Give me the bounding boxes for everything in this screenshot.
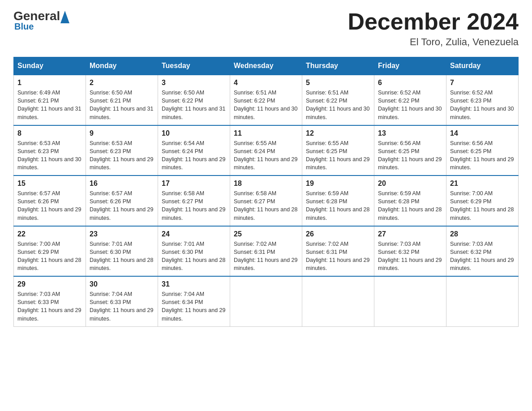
- day-number: 22: [17, 230, 82, 238]
- day-info: Sunrise: 6:56 AMSunset: 6:25 PMDaylight:…: [378, 140, 442, 171]
- calendar-day-cell: 9Sunrise: 6:53 AMSunset: 6:23 PMDaylight…: [86, 125, 158, 176]
- calendar-day-cell: 11Sunrise: 6:55 AMSunset: 6:24 PMDayligh…: [230, 125, 302, 176]
- day-info: Sunrise: 7:00 AMSunset: 6:29 PMDaylight:…: [17, 241, 81, 271]
- calendar-header-row: Sunday Monday Tuesday Wednesday Thursday…: [14, 57, 519, 75]
- day-number: 26: [306, 230, 370, 238]
- calendar-day-cell: 13Sunrise: 6:56 AMSunset: 6:25 PMDayligh…: [374, 125, 446, 176]
- calendar-day-cell: 31Sunrise: 7:04 AMSunset: 6:34 PMDayligh…: [158, 276, 230, 326]
- day-info: Sunrise: 6:58 AMSunset: 6:27 PMDaylight:…: [234, 190, 297, 221]
- day-number: 1: [17, 79, 82, 87]
- day-number: 5: [306, 79, 370, 87]
- day-number: 2: [90, 79, 154, 87]
- day-info: Sunrise: 6:53 AMSunset: 6:23 PMDaylight:…: [90, 140, 153, 171]
- calendar-day-cell: [374, 276, 446, 326]
- title-section: December 2024 El Toro, Zulia, Venezuela: [348, 9, 519, 48]
- logo: General Blue: [13, 9, 70, 32]
- calendar-week-row: 29Sunrise: 7:03 AMSunset: 6:33 PMDayligh…: [14, 276, 519, 326]
- day-number: 21: [450, 180, 515, 188]
- calendar-day-cell: 22Sunrise: 7:00 AMSunset: 6:29 PMDayligh…: [14, 226, 86, 277]
- logo-icon: [60, 9, 69, 23]
- day-info: Sunrise: 6:50 AMSunset: 6:21 PMDaylight:…: [90, 90, 153, 120]
- day-info: Sunrise: 6:57 AMSunset: 6:26 PMDaylight:…: [17, 190, 81, 221]
- day-number: 28: [450, 230, 515, 238]
- calendar-day-cell: 26Sunrise: 7:02 AMSunset: 6:31 PMDayligh…: [302, 226, 374, 277]
- calendar-day-cell: 15Sunrise: 6:57 AMSunset: 6:26 PMDayligh…: [14, 176, 86, 226]
- location-title: El Toro, Zulia, Venezuela: [348, 36, 519, 48]
- day-info: Sunrise: 6:56 AMSunset: 6:25 PMDaylight:…: [450, 140, 514, 171]
- day-info: Sunrise: 6:52 AMSunset: 6:23 PMDaylight:…: [450, 90, 514, 120]
- calendar-day-cell: 18Sunrise: 6:58 AMSunset: 6:27 PMDayligh…: [230, 176, 302, 226]
- calendar-week-row: 15Sunrise: 6:57 AMSunset: 6:26 PMDayligh…: [14, 176, 519, 226]
- day-number: 23: [90, 230, 154, 238]
- day-info: Sunrise: 6:58 AMSunset: 6:27 PMDaylight:…: [162, 190, 225, 221]
- calendar-day-cell: 24Sunrise: 7:01 AMSunset: 6:30 PMDayligh…: [158, 226, 230, 277]
- day-info: Sunrise: 7:04 AMSunset: 6:33 PMDaylight:…: [90, 291, 153, 321]
- calendar-week-row: 1Sunrise: 6:49 AMSunset: 6:21 PMDaylight…: [14, 75, 519, 125]
- day-number: 18: [234, 180, 298, 188]
- day-info: Sunrise: 6:55 AMSunset: 6:25 PMDaylight:…: [306, 140, 369, 171]
- calendar-day-cell: 6Sunrise: 6:52 AMSunset: 6:22 PMDaylight…: [374, 75, 446, 125]
- calendar-day-cell: 16Sunrise: 6:57 AMSunset: 6:26 PMDayligh…: [86, 176, 158, 226]
- calendar-day-cell: 8Sunrise: 6:53 AMSunset: 6:23 PMDaylight…: [14, 125, 86, 176]
- logo-blue-text: Blue: [13, 21, 34, 32]
- logo-general-text: General: [13, 10, 60, 22]
- col-sunday: Sunday: [14, 57, 86, 75]
- day-number: 17: [162, 180, 226, 188]
- calendar-day-cell: 17Sunrise: 6:58 AMSunset: 6:27 PMDayligh…: [158, 176, 230, 226]
- day-number: 27: [378, 230, 442, 238]
- calendar-day-cell: 28Sunrise: 7:03 AMSunset: 6:32 PMDayligh…: [446, 226, 519, 277]
- day-info: Sunrise: 6:50 AMSunset: 6:22 PMDaylight:…: [162, 90, 225, 120]
- calendar-day-cell: [302, 276, 374, 326]
- calendar-day-cell: [230, 276, 302, 326]
- day-info: Sunrise: 6:49 AMSunset: 6:21 PMDaylight:…: [17, 90, 81, 120]
- calendar-day-cell: 19Sunrise: 6:59 AMSunset: 6:28 PMDayligh…: [302, 176, 374, 226]
- day-info: Sunrise: 7:02 AMSunset: 6:31 PMDaylight:…: [234, 241, 297, 271]
- calendar-day-cell: 23Sunrise: 7:01 AMSunset: 6:30 PMDayligh…: [86, 226, 158, 277]
- day-number: 8: [17, 129, 82, 137]
- col-thursday: Thursday: [302, 57, 374, 75]
- calendar-day-cell: 25Sunrise: 7:02 AMSunset: 6:31 PMDayligh…: [230, 226, 302, 277]
- calendar-day-cell: 10Sunrise: 6:54 AMSunset: 6:24 PMDayligh…: [158, 125, 230, 176]
- calendar-day-cell: 20Sunrise: 6:59 AMSunset: 6:28 PMDayligh…: [374, 176, 446, 226]
- page-header: General Blue December 2024 El Toro, Zuli…: [13, 9, 519, 48]
- day-number: 29: [17, 280, 82, 288]
- calendar-day-cell: 12Sunrise: 6:55 AMSunset: 6:25 PMDayligh…: [302, 125, 374, 176]
- day-number: 30: [90, 280, 154, 288]
- day-info: Sunrise: 6:59 AMSunset: 6:28 PMDaylight:…: [306, 190, 369, 221]
- day-number: 31: [162, 280, 226, 288]
- day-number: 20: [378, 180, 442, 188]
- day-number: 19: [306, 180, 370, 188]
- calendar-day-cell: 4Sunrise: 6:51 AMSunset: 6:22 PMDaylight…: [230, 75, 302, 125]
- calendar-day-cell: 21Sunrise: 7:00 AMSunset: 6:29 PMDayligh…: [446, 176, 519, 226]
- day-info: Sunrise: 7:03 AMSunset: 6:33 PMDaylight:…: [17, 291, 81, 321]
- day-info: Sunrise: 6:57 AMSunset: 6:26 PMDaylight:…: [90, 190, 153, 221]
- day-info: Sunrise: 6:55 AMSunset: 6:24 PMDaylight:…: [234, 140, 297, 171]
- day-number: 16: [90, 180, 154, 188]
- day-info: Sunrise: 6:52 AMSunset: 6:22 PMDaylight:…: [378, 90, 442, 120]
- day-number: 25: [234, 230, 298, 238]
- day-number: 14: [450, 129, 515, 137]
- day-number: 15: [17, 180, 82, 188]
- day-number: 4: [234, 79, 298, 87]
- day-number: 13: [378, 129, 442, 137]
- day-info: Sunrise: 6:51 AMSunset: 6:22 PMDaylight:…: [306, 90, 369, 120]
- calendar-day-cell: 3Sunrise: 6:50 AMSunset: 6:22 PMDaylight…: [158, 75, 230, 125]
- day-info: Sunrise: 7:03 AMSunset: 6:32 PMDaylight:…: [450, 241, 514, 271]
- col-monday: Monday: [86, 57, 158, 75]
- day-number: 7: [450, 79, 515, 87]
- day-info: Sunrise: 6:54 AMSunset: 6:24 PMDaylight:…: [162, 140, 225, 171]
- calendar-day-cell: 7Sunrise: 6:52 AMSunset: 6:23 PMDaylight…: [446, 75, 519, 125]
- col-friday: Friday: [374, 57, 446, 75]
- day-number: 11: [234, 129, 298, 137]
- calendar-day-cell: 30Sunrise: 7:04 AMSunset: 6:33 PMDayligh…: [86, 276, 158, 326]
- day-info: Sunrise: 6:51 AMSunset: 6:22 PMDaylight:…: [234, 90, 297, 120]
- day-number: 10: [162, 129, 226, 137]
- day-info: Sunrise: 7:01 AMSunset: 6:30 PMDaylight:…: [162, 241, 225, 271]
- calendar-table: Sunday Monday Tuesday Wednesday Thursday…: [13, 57, 519, 327]
- calendar-day-cell: 2Sunrise: 6:50 AMSunset: 6:21 PMDaylight…: [86, 75, 158, 125]
- day-info: Sunrise: 6:53 AMSunset: 6:23 PMDaylight:…: [17, 140, 81, 171]
- day-info: Sunrise: 7:01 AMSunset: 6:30 PMDaylight:…: [90, 241, 153, 271]
- calendar-day-cell: 29Sunrise: 7:03 AMSunset: 6:33 PMDayligh…: [14, 276, 86, 326]
- calendar-day-cell: [446, 276, 519, 326]
- day-number: 12: [306, 129, 370, 137]
